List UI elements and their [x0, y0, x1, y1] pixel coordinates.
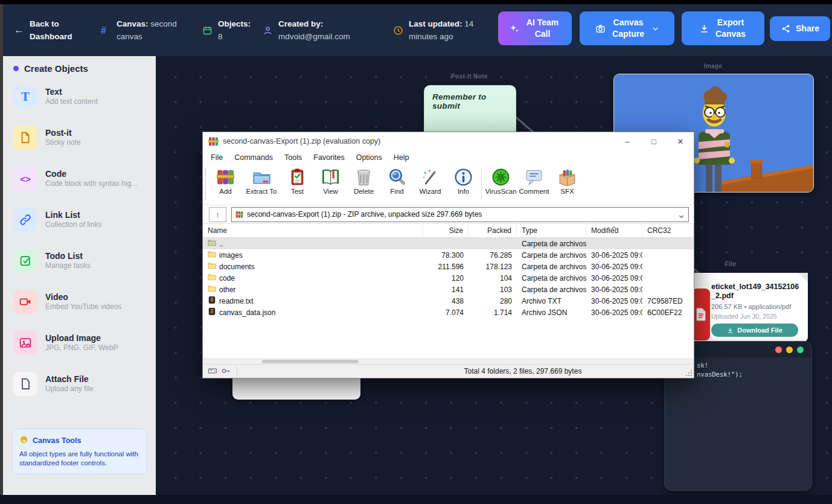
sidebar-item-label: Code — [45, 169, 137, 179]
sidebar-title: Create Objects — [13, 63, 88, 74]
toolbar-virusscan-button[interactable]: VirusScan — [484, 166, 517, 195]
statusbar-divider — [237, 366, 237, 377]
todo-icon — [13, 249, 37, 273]
ai-team-call-button[interactable]: AI Team Call — [498, 11, 572, 45]
toolbar-delete-button[interactable]: Delete — [347, 166, 380, 195]
sidebar-item-desc: Manage tasks — [45, 261, 91, 270]
cell-packed — [469, 238, 517, 249]
file-list: ..Carpeta de archivosimages78.30076.285C… — [203, 238, 694, 318]
sidebar-item-video[interactable]: VideoEmbed YouTube videos — [13, 287, 146, 316]
sidebar-item-post-it[interactable]: Post-itSticky note — [13, 123, 146, 152]
winrar-mini-icon — [235, 211, 243, 219]
cell-name: images — [203, 249, 423, 261]
postit-text: Remember to submit — [424, 86, 516, 117]
sidebar-item-desc: Embed YouTube videos — [45, 302, 121, 311]
sidebar-item-desc: Code block with syntax hig... — [45, 179, 137, 188]
column-header-name[interactable]: Name — [203, 224, 423, 237]
archive-path-combo[interactable]: second-canvas-Export (1).zip - ZIP archi… — [231, 207, 689, 222]
sidebar-item-text[interactable]: TTextAdd text content — [13, 82, 146, 111]
yellow-dot-icon — [786, 346, 793, 353]
cell-packed: 1.714 — [469, 307, 517, 318]
sidebar-item-desc: Add text content — [45, 97, 98, 106]
table-row[interactable]: code120104Carpeta de archivos30-06-2025 … — [203, 272, 694, 284]
sort-indicator-icon — [611, 223, 617, 228]
menu-file[interactable]: File — [211, 153, 223, 162]
row-name: images — [219, 251, 243, 260]
canvas-capture-button[interactable]: Canvas Capture — [580, 11, 674, 45]
menu-tools[interactable]: Tools — [284, 153, 302, 162]
scrollbar-thumb[interactable] — [262, 360, 359, 363]
table-row[interactable]: readme.txt438280Archivo TXT30-06-2025 09… — [203, 295, 694, 307]
toolbar-find-button[interactable]: Find — [380, 166, 414, 195]
sidebar-item-todo-list[interactable]: Todo ListManage tasks — [13, 246, 146, 275]
minimize-button[interactable]: – — [614, 132, 641, 150]
menu-favorites[interactable]: Favorites — [313, 153, 344, 162]
menu-options[interactable]: Options — [356, 153, 382, 162]
cell-modified: 30-06-2025 09:08 — [586, 272, 642, 284]
folder-icon — [208, 261, 216, 272]
toolbar-comment-button[interactable]: Comment — [517, 166, 551, 195]
back-to-dashboard[interactable]: ← Back to Dashboard — [14, 4, 80, 56]
archive-path-text: second-canvas-Export (1).zip - ZIP archi… — [247, 210, 674, 219]
toolbar-info-button[interactable]: Info — [447, 166, 480, 195]
winrar-titlebar[interactable]: second-canvas-Export (1).zip (evaluation… — [203, 132, 694, 150]
cell-size: 141 — [423, 284, 469, 295]
file-name: eticket_lot149_34152106_2.pdf — [711, 282, 803, 301]
toolbar-test-button[interactable]: Test — [281, 166, 314, 195]
resize-grip[interactable] — [685, 369, 693, 377]
download-icon — [727, 327, 734, 334]
created-by-meta: Created by: mdvoid@gmail.com — [263, 4, 366, 56]
toolbar-add-button[interactable]: Add — [209, 166, 242, 195]
download-file-button[interactable]: Download File — [711, 324, 798, 337]
video-icon — [13, 290, 37, 314]
column-header-modified[interactable]: Modified — [586, 224, 642, 237]
export-canvas-button[interactable]: Export Canvas — [682, 11, 764, 45]
close-button[interactable]: ✕ — [667, 132, 694, 150]
menu-commands[interactable]: Commands — [234, 153, 273, 162]
cell-size: 211.596 — [423, 261, 469, 272]
toolbar-view-button[interactable]: View — [314, 166, 347, 195]
sidebar-item-desc: JPG, PNG, GIF, WebP — [45, 343, 118, 352]
horizontal-scrollbar[interactable] — [203, 359, 694, 364]
toolbar-sfx-button[interactable]: SFX — [551, 166, 584, 195]
sidebar-item-label: Upload Image — [45, 333, 118, 343]
cell-type: Archivo JSON — [517, 307, 586, 318]
maximize-button[interactable]: □ — [641, 132, 667, 150]
menu-help[interactable]: Help — [394, 153, 409, 162]
sidebar-item-link-list[interactable]: Link ListCollection of links — [13, 205, 146, 234]
sidebar-item-desc: Sticky note — [45, 138, 81, 147]
cell-type: Carpeta de archivos — [517, 261, 586, 272]
winrar-logo-icon — [208, 136, 219, 147]
column-header-size[interactable]: Size — [423, 224, 469, 237]
up-directory-button[interactable]: ↑ — [209, 207, 226, 222]
sidebar-item-code[interactable]: <>CodeCode block with syntax hig... — [13, 164, 146, 193]
image-icon — [13, 331, 37, 355]
table-row[interactable]: other141103Carpeta de archivos30-06-2025… — [203, 284, 694, 295]
row-name: canvas_data.json — [219, 308, 275, 317]
table-row[interactable]: ..Carpeta de archivos — [203, 238, 694, 249]
winrar-window[interactable]: second-canvas-Export (1).zip (evaluation… — [202, 132, 694, 378]
user-icon — [263, 25, 273, 36]
column-header-crc32[interactable]: CRC32 — [642, 224, 694, 237]
cell-crc32: 7C9587ED — [642, 295, 694, 307]
winrar-address-row: ↑ second-canvas-Export (1).zip - ZIP arc… — [203, 205, 694, 223]
toolbar-extract-to-button[interactable]: Extract To — [242, 166, 281, 195]
sidebar-item-upload-image[interactable]: Upload ImageJPG, PNG, GIF, WebP — [13, 328, 146, 357]
sidebar-item-attach-file[interactable]: Attach FileUpload any file — [13, 369, 146, 398]
cell-type: Carpeta de archivos — [517, 249, 586, 261]
bottom-strip — [0, 495, 832, 504]
created-value: mdvoid@gmail.com — [278, 32, 350, 41]
share-button[interactable]: Share — [770, 16, 830, 41]
updated-label: Last updated: — [409, 19, 462, 28]
folder-up-icon — [208, 238, 216, 249]
toolbar-wizard-button[interactable]: Wizard — [414, 166, 447, 195]
column-header-packed[interactable]: Packed — [469, 224, 517, 237]
table-row[interactable]: canvas_data.json7.0741.714Archivo JSON30… — [203, 307, 694, 318]
cell-size: 78.300 — [423, 249, 469, 261]
table-row[interactable]: documents211.596178.123Carpeta de archiv… — [203, 261, 694, 272]
table-row[interactable]: images78.30076.285Carpeta de archivos30-… — [203, 249, 694, 261]
cell-size — [423, 238, 469, 249]
winrar-title: second-canvas-Export (1).zip (evaluation… — [223, 137, 610, 145]
column-header-type[interactable]: Type — [517, 224, 586, 237]
cell-modified: 30-06-2025 09:08 — [586, 284, 642, 295]
